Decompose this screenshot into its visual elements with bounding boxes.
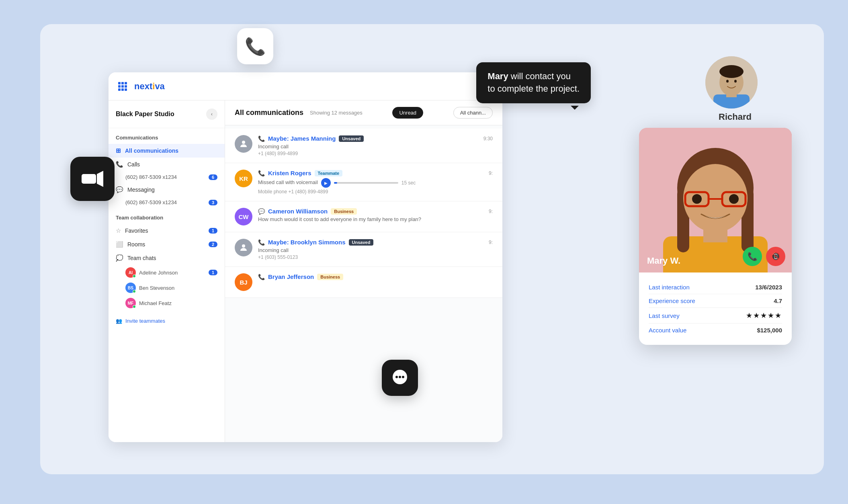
call-card: Mary W. 📞 📵 Last interaction 13/6/2023 E… [639,128,792,345]
caller-name-overlay: Mary W. [647,256,680,266]
invite-teammates-button[interactable]: 👥 Invite teammates [109,314,225,328]
kristen-sub: Mobile phone +1 (480) 899-4899 [258,189,493,195]
last-interaction-value: 13/6/2023 [755,284,782,291]
kristen-tag: Teammate [315,170,343,176]
brooklyn-body: Incoming call [258,247,493,253]
cameron-msg-icon: 💬 [258,208,265,215]
svg-point-3 [242,244,245,248]
floating-video-button[interactable] [70,157,115,201]
brooklyn-content: 📞 Maybe: Brooklyn Simmons Unsaved 9: Inc… [258,239,493,260]
call-incoming-icon: 📞 [258,135,265,142]
main-container: 📞 nextiva Black Paper Studio [40,24,824,474]
favorites-badge: 1 [209,228,217,234]
messaging-icon: 💬 [116,186,123,193]
communications-section-title: Communications [109,128,225,144]
unread-filter-button[interactable]: Unread [392,107,423,119]
team-chats-label: Team chats [127,255,156,261]
call-info: Last interaction 13/6/2023 Experience sc… [639,272,792,345]
call-actions: 📞 📵 [743,247,785,266]
tooltip-bubble: Mary will contact youto complete the pro… [476,62,591,103]
svg-point-9 [726,80,729,83]
cameron-time: 9: [489,209,493,214]
all-channels-filter-button[interactable]: All chann... [453,107,493,119]
sidebar-calls-number[interactable]: (602) 867-5309 x1234 6 [109,171,225,183]
bryan-call-icon: 📞 [258,274,265,280]
app-window: nextiva Black Paper Studio ‹ Communicati… [109,72,502,442]
sidebar-chat-ben[interactable]: BS Ben Stevenson [109,280,225,295]
audio-progress-bar [334,182,398,184]
james-tag: Unsaved [339,135,364,142]
sidebar-chat-adeline[interactable]: AI Adeline Johnson 1 [109,265,225,280]
bryan-name: Bryan Jefferson [268,273,314,280]
kristen-content: 📞 Kristen Rogers Teammate 9: Missed call… [258,170,493,195]
james-time: 9:30 [483,136,493,141]
svg-marker-1 [97,171,103,187]
play-button[interactable]: ▶ [321,178,331,188]
last-interaction-label: Last interaction [649,284,690,291]
calls-badge: 6 [209,174,217,180]
message-item-cameron[interactable]: CW 💬 Cameron Williamson Business 9: How … [225,201,502,232]
message-item-james-manning[interactable]: 📞 Maybe: James Manning Unsaved 9:30 Inco… [225,129,502,163]
svg-point-25 [395,376,398,378]
kristen-body: Missed call with voicemail [258,179,318,185]
bryan-content: 📞 Bryan Jefferson Business [258,273,493,282]
kristen-name: Kristen Rogers [268,170,311,176]
nextiva-logo: nextiva [134,81,165,92]
logo-grid-icon [118,82,127,91]
app-body: Black Paper Studio ‹ Communications ⊞ Al… [109,100,502,442]
richard-avatar-image [705,56,758,109]
adeline-badge: 1 [209,270,217,275]
bryan-header: 📞 Bryan Jefferson Business [258,273,493,280]
messaging-number-label: (602) 867-5309 x1234 [125,199,177,205]
message-item-brooklyn[interactable]: 📞 Maybe: Brooklyn Simmons Unsaved 9: Inc… [225,232,502,267]
star-icon: ☆ [116,227,121,234]
sidebar-item-favorites[interactable]: ☆ Favorites 1 [109,224,225,238]
cameron-name: Cameron Williamson [268,208,328,215]
sidebar-item-all-communications[interactable]: ⊞ All communications [109,144,225,158]
sidebar-chat-michael[interactable]: MF Michael Featz [109,295,225,311]
brooklyn-name: Maybe: Brooklyn Simmons [268,239,346,246]
audio-duration: 15 sec [401,180,416,186]
cameron-body: How much would it cost to add everyone i… [258,216,493,222]
decline-call-button[interactable]: 📵 [766,247,785,266]
workspace-chevron-icon[interactable]: ‹ [206,109,217,120]
james-body: Incoming call [258,143,493,150]
floating-phone-button[interactable]: 📞 [237,28,273,64]
brooklyn-tag: Unsaved [349,239,374,246]
james-avatar [235,135,252,153]
floating-chat-button[interactable] [382,360,418,396]
kristen-header: 📞 Kristen Rogers Teammate 9: [258,170,493,176]
svg-point-22 [729,194,739,204]
cameron-header: 💬 Cameron Williamson Business 9: [258,208,493,215]
sidebar-item-calls[interactable]: 📞 Calls [109,158,225,171]
voicemail-row: Missed call with voicemail ▶ 15 sec [258,178,493,188]
sidebar-item-team-chats[interactable]: 💭 Team chats [109,251,225,265]
svg-point-8 [719,65,744,78]
accept-call-button[interactable]: 📞 [743,247,762,266]
team-chats-icon: 💭 [116,254,123,262]
content-header: All communications Showing 12 messages U… [225,100,502,125]
michael-avatar: MF [125,298,136,308]
workspace-header: Black Paper Studio ‹ [109,109,225,128]
grid-icon: ⊞ [116,147,121,154]
brooklyn-time: 9: [489,240,493,245]
message-item-bryan[interactable]: BJ 📞 Bryan Jefferson Business [225,267,502,298]
cameron-tag: Business [331,208,357,215]
experience-score-label: Experience score [649,297,695,304]
adeline-name: Adeline Johnson [139,270,178,276]
calls-icon: 📞 [116,161,123,168]
account-value-row: Account value $125,000 [649,324,782,337]
all-communications-label: All communications [125,148,178,154]
ben-avatar: BS [125,283,136,293]
last-interaction-row: Last interaction 13/6/2023 [649,281,782,294]
sidebar-item-messaging[interactable]: 💬 Messaging [109,183,225,197]
brooklyn-sub: +1 (603) 555-0123 [258,254,493,260]
brooklyn-avatar [235,239,252,256]
james-header: 📞 Maybe: James Manning Unsaved 9:30 [258,135,493,142]
svg-point-26 [399,376,401,378]
sidebar-item-rooms[interactable]: ⬜ Rooms 2 [109,238,225,251]
sidebar-messaging-number[interactable]: (602) 867-5309 x1234 3 [109,197,225,208]
james-sub: +1 (480) 899-4899 [258,151,493,156]
message-item-kristen-rogers[interactable]: KR 📞 Kristen Rogers Teammate 9: Missed c… [225,163,502,201]
invite-label: Invite teammates [125,318,165,324]
